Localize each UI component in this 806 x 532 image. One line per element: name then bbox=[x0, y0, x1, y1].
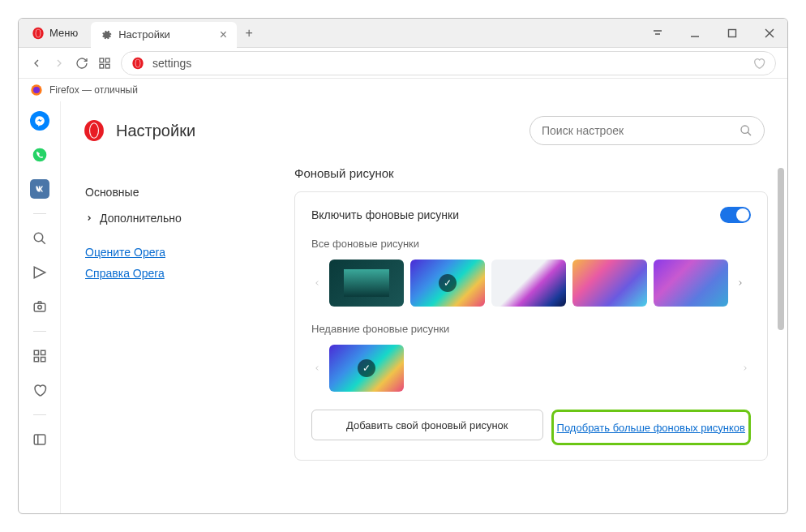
search-icon[interactable] bbox=[30, 229, 49, 248]
gallery-next-button[interactable] bbox=[740, 362, 751, 375]
svg-rect-26 bbox=[34, 358, 38, 362]
tab-title: Настройки bbox=[118, 28, 170, 41]
svg-rect-24 bbox=[34, 350, 38, 354]
wallpaper-gallery: ✓ bbox=[311, 260, 751, 307]
extensions-icon[interactable] bbox=[30, 346, 49, 366]
wallpaper-thumb[interactable] bbox=[491, 260, 566, 307]
maximize-button[interactable] bbox=[714, 19, 750, 48]
sidebar-setup-icon[interactable] bbox=[30, 430, 49, 449]
opera-icon bbox=[32, 27, 45, 40]
wallpaper-thumb[interactable]: ✓ bbox=[410, 260, 485, 307]
svg-line-34 bbox=[748, 132, 751, 135]
new-tab-button[interactable]: + bbox=[237, 26, 261, 41]
gallery-next-button[interactable] bbox=[735, 277, 746, 290]
svg-rect-11 bbox=[100, 64, 104, 68]
nav-advanced[interactable]: Дополнительно bbox=[85, 205, 268, 231]
body: Настройки Основные Дополнительно Оцените… bbox=[19, 101, 787, 513]
back-button[interactable] bbox=[30, 57, 43, 70]
menu-button[interactable]: Меню bbox=[19, 19, 91, 47]
bookmark-item[interactable]: Firefox — отличный bbox=[49, 84, 138, 96]
chevron-right-icon bbox=[85, 214, 93, 222]
messenger-icon[interactable] bbox=[30, 111, 49, 131]
gallery-prev-button[interactable] bbox=[311, 362, 323, 375]
page-header: Настройки bbox=[61, 101, 787, 160]
forward-button[interactable] bbox=[53, 57, 66, 70]
all-wallpapers-label: Все фоновые рисунки bbox=[311, 238, 751, 250]
recent-gallery: ✓ bbox=[311, 345, 751, 392]
panel-wrap: Фоновый рисунок Включить фоновые рисунки… bbox=[288, 160, 787, 513]
settings-panel: Фоновый рисунок Включить фоновые рисунки… bbox=[288, 160, 787, 513]
add-wallpaper-button[interactable]: Добавить свой фоновый рисунок bbox=[311, 410, 543, 440]
settings-search-input[interactable] bbox=[542, 124, 740, 137]
bookmark-icon[interactable] bbox=[752, 57, 765, 70]
svg-rect-22 bbox=[34, 303, 45, 311]
settings-nav: Основные Дополнительно Оцените Opera Спр… bbox=[61, 160, 288, 513]
svg-rect-28 bbox=[34, 435, 45, 444]
tab-settings[interactable]: Настройки × bbox=[91, 22, 237, 48]
gear-icon bbox=[101, 29, 112, 41]
page-title: Настройки bbox=[116, 122, 195, 140]
nav-basic[interactable]: Основные bbox=[85, 179, 268, 205]
recent-wallpapers-label: Недавние фоновые рисунки bbox=[311, 323, 751, 335]
address-bar[interactable] bbox=[121, 51, 776, 75]
svg-rect-27 bbox=[41, 358, 45, 362]
vk-icon[interactable] bbox=[30, 179, 49, 199]
help-opera-link[interactable]: Справка Opera bbox=[85, 267, 268, 280]
svg-point-23 bbox=[37, 306, 41, 310]
settings-search[interactable] bbox=[529, 116, 765, 145]
check-icon: ✓ bbox=[358, 359, 375, 377]
rate-opera-link[interactable]: Оцените Opera bbox=[85, 246, 268, 259]
svg-rect-6 bbox=[729, 29, 736, 36]
separator bbox=[33, 414, 46, 415]
wallpaper-thumb[interactable] bbox=[654, 260, 728, 307]
close-button[interactable] bbox=[752, 19, 787, 48]
menu-label: Меню bbox=[49, 27, 78, 39]
svg-point-33 bbox=[741, 126, 748, 133]
close-tab-icon[interactable]: × bbox=[220, 28, 227, 41]
reload-button[interactable] bbox=[75, 57, 88, 70]
wallpaper-thumb[interactable]: ✓ bbox=[329, 345, 404, 392]
main: Основные Дополнительно Оцените Opera Спр… bbox=[61, 160, 787, 513]
enable-wallpaper-label: Включить фоновые рисунки bbox=[311, 208, 459, 221]
heart-icon[interactable] bbox=[30, 380, 49, 400]
window-controls bbox=[640, 19, 787, 48]
snapshot-icon[interactable] bbox=[30, 297, 49, 316]
tabs-menu-button[interactable] bbox=[640, 19, 675, 48]
opera-icon bbox=[131, 57, 144, 70]
minimize-button[interactable] bbox=[677, 19, 713, 48]
opera-logo-icon bbox=[84, 120, 105, 141]
svg-rect-10 bbox=[105, 58, 109, 62]
svg-point-2 bbox=[36, 29, 40, 37]
separator bbox=[33, 331, 46, 332]
svg-rect-9 bbox=[100, 58, 104, 62]
svg-point-17 bbox=[33, 87, 40, 93]
whatsapp-icon[interactable] bbox=[30, 145, 49, 165]
highlight-box: Подобрать больше фоновых рисунков bbox=[551, 410, 751, 445]
wallpaper-thumb[interactable] bbox=[329, 260, 404, 307]
separator bbox=[33, 213, 46, 214]
wallpaper-thumb[interactable] bbox=[572, 260, 647, 307]
search-icon bbox=[740, 124, 752, 137]
svg-marker-21 bbox=[34, 267, 45, 278]
check-icon: ✓ bbox=[439, 274, 457, 292]
browser-window: Меню Настройки × + Firefox — отличный bbox=[18, 18, 788, 514]
bookmark-bar: Firefox — отличный bbox=[19, 79, 787, 101]
svg-point-15 bbox=[135, 59, 139, 67]
svg-line-20 bbox=[41, 240, 45, 244]
enable-wallpaper-toggle[interactable] bbox=[720, 207, 751, 223]
svg-point-32 bbox=[90, 123, 98, 137]
titlebar: Меню Настройки × + bbox=[19, 19, 787, 48]
sidebar bbox=[19, 101, 61, 513]
more-wallpapers-link[interactable]: Подобрать больше фоновых рисунков bbox=[557, 412, 745, 443]
section-title: Фоновый рисунок bbox=[294, 166, 768, 180]
content: Настройки Основные Дополнительно Оцените… bbox=[61, 101, 787, 513]
speed-dial-button[interactable] bbox=[98, 57, 111, 70]
address-input[interactable] bbox=[152, 57, 744, 70]
svg-rect-25 bbox=[41, 350, 45, 354]
toolbar bbox=[19, 48, 787, 79]
firefox-icon bbox=[30, 84, 43, 97]
flow-icon[interactable] bbox=[30, 263, 49, 282]
scrollbar[interactable] bbox=[778, 168, 784, 330]
gallery-prev-button[interactable] bbox=[311, 277, 323, 290]
svg-point-18 bbox=[32, 148, 46, 162]
